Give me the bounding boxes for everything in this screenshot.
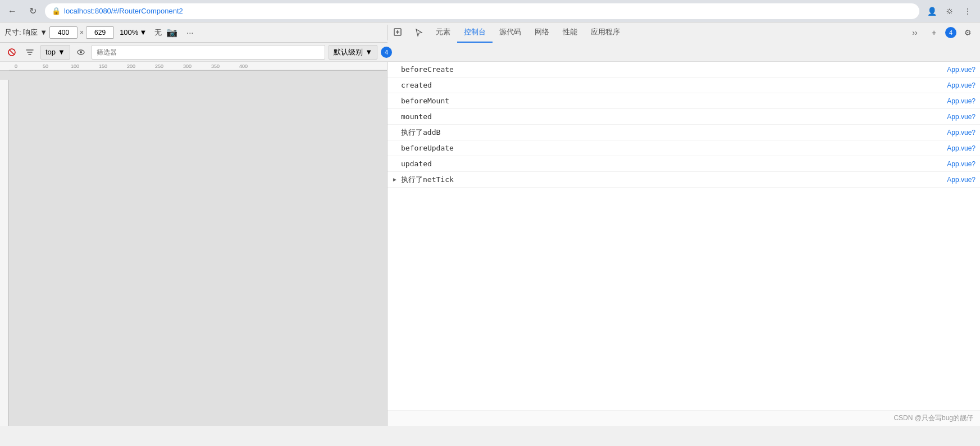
- log-message: mounted: [401, 112, 931, 121]
- back-button[interactable]: ←: [4, 3, 20, 19]
- console-log-list: beforeCreate App.vue? created App.vue? b…: [388, 62, 980, 410]
- clear-console-button[interactable]: [4, 45, 19, 60]
- svg-text:200: 200: [127, 63, 135, 69]
- log-source[interactable]: App.vue?: [931, 66, 976, 74]
- svg-text:0: 0: [15, 63, 17, 69]
- devtools-tab-extras: ›› + 4 ⚙: [902, 22, 980, 43]
- log-row: mounted App.vue?: [388, 109, 980, 125]
- screenshot-button[interactable]: 📷: [164, 25, 180, 40]
- svg-text:250: 250: [155, 63, 163, 69]
- menu-button[interactable]: ⋮: [960, 3, 976, 19]
- log-row: beforeUpdate App.vue?: [388, 140, 980, 156]
- ruler-marks: 0 50 100 150 200 250 300 350 400: [9, 62, 387, 71]
- console-error-badge: 4: [381, 47, 392, 58]
- log-source[interactable]: App.vue?: [931, 97, 976, 105]
- context-dropdown-icon: ▼: [58, 48, 65, 56]
- tab-select[interactable]: [409, 22, 429, 43]
- devtools-tabs: 元素 控制台 源代码 网络 性能 应用程序 ›› + 4 ⚙: [388, 22, 980, 43]
- log-source[interactable]: App.vue?: [931, 176, 976, 184]
- log-source[interactable]: App.vue?: [931, 144, 976, 152]
- tab-application[interactable]: 应用程序: [584, 22, 627, 43]
- console-panel: beforeCreate App.vue? created App.vue? b…: [388, 62, 980, 426]
- ruler-v-marks: [0, 80, 9, 426]
- width-input[interactable]: [49, 26, 78, 39]
- address-bar[interactable]: 🔒 localhost:8080/#/RouterComponent2: [45, 3, 919, 19]
- refresh-button[interactable]: ↻: [25, 3, 40, 19]
- log-source[interactable]: App.vue?: [931, 160, 976, 168]
- filter-button[interactable]: [22, 45, 37, 60]
- context-label: top: [45, 48, 56, 56]
- horizontal-ruler: 0 50 100 150 200 250 300 350 400: [0, 62, 387, 71]
- log-row: ► 执行了netTick App.vue?: [388, 172, 980, 188]
- level-dropdown-icon: ▼: [365, 48, 372, 56]
- browser-actions: 👤 ⛭ ⋮: [924, 3, 976, 19]
- log-expand-icon[interactable]: ►: [392, 176, 401, 183]
- devtools-settings-button[interactable]: ⚙: [960, 25, 976, 40]
- tab-inspect[interactable]: [388, 22, 409, 43]
- svg-text:150: 150: [99, 63, 107, 69]
- svg-point-4: [80, 51, 82, 53]
- tab-network[interactable]: 网络: [528, 22, 556, 43]
- svg-text:400: 400: [239, 63, 248, 69]
- level-label: 默认级别: [334, 47, 363, 57]
- context-selector[interactable]: top ▼: [40, 45, 70, 60]
- devtools-tab-bar: 元素 控制台 源代码 网络 性能 应用程序 ›› + 4 ⚙: [388, 22, 980, 43]
- extensions-button[interactable]: ⛭: [942, 3, 958, 19]
- footer-attribution: CSDN @只会写bug的靓仔: [388, 410, 980, 426]
- svg-text:50: 50: [43, 63, 48, 69]
- tab-sources[interactable]: 源代码: [493, 22, 528, 43]
- log-row: beforeMount App.vue?: [388, 93, 980, 109]
- console-toolbar: top ▼ 默认级别 ▼ 4: [0, 43, 980, 62]
- browser-chrome: ← ↻ 🔒 localhost:8080/#/RouterComponent2 …: [0, 0, 980, 22]
- zoom-select[interactable]: 100% ▼: [116, 27, 150, 38]
- size-label[interactable]: 尺寸: 响应 ▼: [4, 28, 47, 38]
- log-source[interactable]: App.vue?: [931, 81, 976, 89]
- profile-button[interactable]: 👤: [924, 3, 940, 19]
- console-toolbar-left: top ▼ 默认级别 ▼ 4: [4, 45, 392, 60]
- tab-elements[interactable]: 元素: [429, 22, 457, 43]
- log-row: updated App.vue?: [388, 156, 980, 172]
- log-message: created: [401, 81, 931, 89]
- tab-performance[interactable]: 性能: [556, 22, 584, 43]
- log-message: beforeMount: [401, 97, 931, 105]
- svg-line-2: [10, 50, 14, 54]
- log-message: 执行了netTick: [401, 175, 931, 185]
- log-source[interactable]: App.vue?: [931, 113, 976, 121]
- address-text: localhost:8080/#/RouterComponent2: [64, 7, 913, 15]
- log-row: 执行了addB App.vue?: [388, 125, 980, 140]
- log-message: updated: [401, 160, 931, 168]
- log-row: created App.vue?: [388, 78, 980, 93]
- filter-input[interactable]: [92, 45, 325, 60]
- more-tabs-button[interactable]: ››: [907, 25, 923, 40]
- main-layout: 0 50 100 150 200 250 300 350 400: [0, 62, 980, 426]
- viewport-controls: 尺寸: 响应 ▼ × 100% ▼ 无 📷 ···: [0, 25, 388, 40]
- zoom-dropdown-icon: ▼: [139, 28, 147, 37]
- size-label-text: 尺寸: 响应: [4, 28, 38, 38]
- vertical-ruler: [0, 80, 9, 426]
- log-source[interactable]: App.vue?: [931, 129, 976, 136]
- svg-text:300: 300: [183, 63, 192, 69]
- tab-console[interactable]: 控制台: [457, 22, 493, 43]
- log-message: beforeCreate: [401, 65, 931, 74]
- log-message: 执行了addB: [401, 128, 931, 138]
- svg-text:350: 350: [211, 63, 220, 69]
- viewport-panel: 0 50 100 150 200 250 300 350 400: [0, 62, 388, 426]
- zoom-value: 100%: [120, 28, 138, 37]
- svg-text:100: 100: [71, 63, 79, 69]
- devtools-toolbar: 尺寸: 响应 ▼ × 100% ▼ 无 📷 ··· 元素 控制台: [0, 22, 980, 43]
- error-count-badge: 4: [945, 27, 956, 38]
- size-dropdown-icon: ▼: [40, 28, 47, 37]
- log-row: beforeCreate App.vue?: [388, 62, 980, 78]
- level-select[interactable]: 默认级别 ▼: [329, 45, 377, 60]
- size-separator: ×: [80, 29, 84, 37]
- add-tab-button[interactable]: +: [926, 25, 942, 40]
- throttle-label: 无: [154, 28, 162, 38]
- log-message: beforeUpdate: [401, 144, 931, 152]
- height-input[interactable]: [86, 26, 114, 39]
- eye-button[interactable]: [74, 45, 88, 60]
- more-options-button[interactable]: ···: [182, 25, 198, 40]
